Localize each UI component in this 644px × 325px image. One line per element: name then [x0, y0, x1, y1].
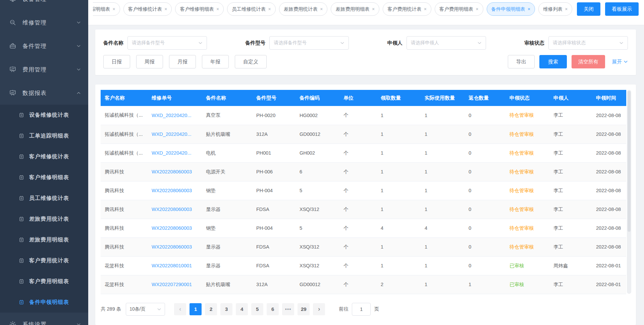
- repair-order-link[interactable]: WX202208060003: [148, 237, 202, 256]
- repair-order-link[interactable]: WX202208060003: [148, 200, 202, 219]
- sidebar-menu-item[interactable]: 设备管理: [0, 0, 88, 11]
- tab-close-icon[interactable]: ×: [372, 7, 375, 11]
- table-row[interactable]: 花篮科技WX202208010001显示器FDSAXSQ/312个110已审核周…: [101, 256, 626, 275]
- repair-order-link[interactable]: WX202208060003: [148, 219, 202, 237]
- tab-item[interactable]: 员工维修统计表×: [227, 2, 276, 16]
- repair-order-link[interactable]: WX202207290001: [148, 275, 202, 294]
- page-size-select[interactable]: 10条/页: [126, 303, 165, 316]
- tab-close-icon[interactable]: ×: [113, 7, 115, 11]
- tab-label: 维修列表: [543, 6, 562, 12]
- table-row[interactable]: 腾讯科技WX202208060003钢垫PH-0045个440待仓管审核李工20…: [101, 219, 626, 237]
- search-button[interactable]: 搜索: [539, 55, 567, 68]
- page-number-button[interactable]: 5: [251, 303, 263, 315]
- table-cell: 个: [339, 162, 377, 181]
- expand-link[interactable]: 展开: [612, 59, 628, 65]
- close-button[interactable]: 关闭: [577, 2, 600, 16]
- tab-item[interactable]: 客户维修统计表×: [123, 2, 172, 16]
- table-cell: GD00012: [296, 125, 339, 144]
- clear-all-button[interactable]: 清空所有: [572, 55, 605, 68]
- board-display-button[interactable]: 看板展示: [605, 2, 639, 16]
- page-number-button[interactable]: 6: [267, 303, 279, 315]
- tab-item[interactable]: 客户费用明细表×: [435, 2, 483, 16]
- sidebar-submenu-item[interactable]: 客户维修明细表: [0, 167, 88, 188]
- repair-order-link[interactable]: WXD_20220420...: [148, 125, 202, 144]
- tab-close-icon[interactable]: ×: [528, 7, 530, 11]
- repair-order-link[interactable]: WXD_20220420...: [148, 106, 202, 125]
- period-button[interactable]: 日报: [103, 55, 130, 68]
- period-button[interactable]: 自定义: [235, 55, 267, 68]
- period-button[interactable]: 年报: [202, 55, 229, 68]
- page-number-button[interactable]: 4: [236, 303, 248, 315]
- sidebar-submenu-item[interactable]: 设备维修统计表: [0, 105, 88, 125]
- sidebar-menu-item[interactable]: 维修管理: [0, 11, 88, 34]
- table-row[interactable]: 腾讯科技WX202208060003显示器FDSAXSQ/312个110待仓管审…: [101, 237, 626, 256]
- tab-item[interactable]: 客户维修明细表×: [175, 2, 224, 16]
- table-row[interactable]: 腾讯科技WX202208060003钢垫PH-0045个110待仓管审核李工20…: [101, 181, 626, 200]
- sidebar-submenu-item[interactable]: 客户费用统计表: [0, 250, 88, 271]
- table-cell: XSQ/312: [296, 237, 339, 256]
- tab-close-icon[interactable]: ×: [164, 7, 167, 11]
- notebook-icon: [18, 258, 24, 264]
- tab-item[interactable]: 备件申领明细表×: [487, 2, 535, 16]
- repair-order-link[interactable]: WX202208060003: [148, 181, 202, 200]
- tab-label: 客户维修明细表: [180, 6, 214, 12]
- page-number-button[interactable]: 1: [190, 303, 202, 315]
- prev-page-button[interactable]: ‹: [174, 303, 186, 315]
- sidebar-submenu-item[interactable]: 工单追踪明细表: [0, 125, 88, 146]
- filter-select[interactable]: 请选择备件型号: [127, 36, 207, 50]
- chevron-down-icon: [198, 41, 203, 45]
- tab-label: 备件申领明细表: [491, 6, 526, 12]
- goto-page-input[interactable]: [352, 303, 371, 316]
- table-cell: 1: [421, 275, 465, 294]
- page-number-button[interactable]: 2: [205, 303, 217, 315]
- filter-panel: 备件名称请选择备件型号备件型号请选择备件型号申领人请选择申领人审核状态请选择审核…: [95, 30, 636, 75]
- tab-item[interactable]: 工单追踪明细表×: [93, 2, 120, 16]
- export-button[interactable]: 导出: [508, 55, 535, 68]
- table-scrollbar[interactable]: [627, 90, 631, 294]
- sidebar-submenu-item[interactable]: 差旅费用明细表: [0, 229, 88, 250]
- tab-close-icon[interactable]: ×: [565, 7, 568, 11]
- sidebar-submenu-item[interactable]: 客户维修统计表: [0, 146, 88, 167]
- table-scrollbar-thumb[interactable]: [628, 91, 631, 232]
- sidebar-submenu-item[interactable]: 备件申领明细表: [0, 292, 88, 313]
- sidebar-submenu-item[interactable]: 差旅费用统计表: [0, 209, 88, 229]
- tab-close-icon[interactable]: ×: [476, 7, 478, 11]
- filter-field: 备件名称请选择备件型号: [103, 36, 207, 50]
- period-button[interactable]: 周报: [136, 55, 163, 68]
- repair-order-link[interactable]: WX202208010001: [148, 256, 202, 275]
- tab-item[interactable]: 差旅费用统计表×: [279, 2, 328, 16]
- filter-select[interactable]: 请选择备件型号: [269, 36, 349, 50]
- tab-item[interactable]: 维修列表×: [538, 2, 572, 16]
- table-row[interactable]: 腾讯科技WX202208060003电源开关PH-0066个110待仓管审核李工…: [101, 162, 626, 181]
- table-row[interactable]: 拓诚机械科技（...WXD_20220420...电机PH001GH002个11…: [101, 144, 626, 162]
- table-row[interactable]: 腾讯科技WX202208060003显示器FDSAXSQ/312个110待仓管审…: [101, 200, 626, 219]
- page-number-button[interactable]: 29: [298, 303, 310, 315]
- sidebar-submenu-item[interactable]: 员工维修统计表: [0, 188, 88, 209]
- sidebar-menu-item[interactable]: 费用管理: [0, 58, 88, 81]
- table-row[interactable]: 拓诚机械科技（...WXD_20220420...贴片机吸嘴312AGD0001…: [101, 125, 626, 144]
- page-number-button[interactable]: 3: [220, 303, 232, 315]
- repair-order-link[interactable]: WX202208060003: [148, 162, 202, 181]
- filter-select[interactable]: 请选择申领人: [407, 36, 486, 50]
- sidebar-menu-item[interactable]: 备件管理: [0, 34, 88, 58]
- next-page-button[interactable]: ›: [313, 303, 325, 315]
- notebook-icon: [18, 216, 24, 222]
- repair-order-link[interactable]: WXD_20220420...: [148, 144, 202, 162]
- table-cell: PH-004: [252, 181, 296, 200]
- tab-close-icon[interactable]: ×: [424, 7, 427, 11]
- sidebar-submenu-item[interactable]: 客户费用明细表: [0, 271, 88, 292]
- gear-icon: [9, 321, 16, 325]
- filter-select[interactable]: 请选择审核状态: [548, 36, 628, 50]
- period-button[interactable]: 月报: [169, 55, 196, 68]
- tab-close-icon[interactable]: ×: [268, 7, 271, 11]
- sidebar-menu-item[interactable]: 数据报表: [0, 81, 88, 105]
- table-row[interactable]: 拓诚机械科技（...WXD_20220420...真空泵PH-0020HG000…: [101, 106, 626, 125]
- tab-item[interactable]: 差旅费用明细表×: [331, 2, 379, 16]
- table-row[interactable]: 花篮科技WX202207290001贴片机吸嘴312AGD00012个211已审…: [101, 275, 626, 294]
- tab-close-icon[interactable]: ×: [320, 7, 323, 11]
- more-pages-button[interactable]: •••: [282, 303, 294, 315]
- tab-item[interactable]: 客户费用统计表×: [383, 2, 431, 16]
- table-cell: 1: [377, 144, 421, 162]
- sidebar-item-system-settings[interactable]: 系统设置: [0, 313, 88, 325]
- tab-close-icon[interactable]: ×: [216, 7, 219, 11]
